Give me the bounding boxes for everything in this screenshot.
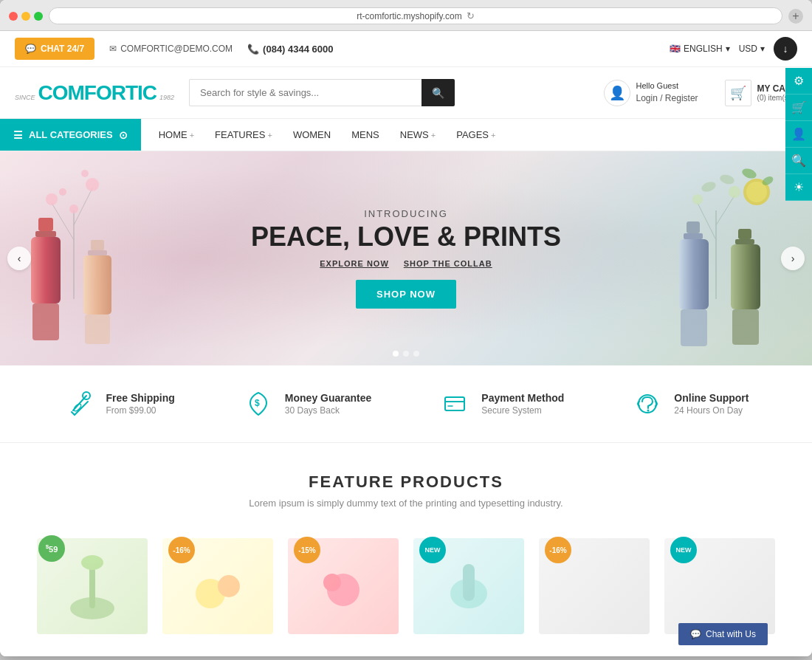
nav-link-mens[interactable]: MENS bbox=[341, 119, 390, 151]
slider-dot-3[interactable] bbox=[413, 351, 419, 357]
site-header: SINCE COMFORTIC 1982 🔍 👤 Hello Guest Log… bbox=[0, 67, 812, 119]
search-bar: 🔍 bbox=[189, 79, 455, 106]
chat-label: CHAT 24/7 bbox=[41, 44, 84, 54]
svg-point-21 bbox=[701, 180, 718, 193]
sidebar-cart-button[interactable]: 🛒 bbox=[785, 94, 812, 121]
logo-main: COMFORTIC bbox=[38, 81, 157, 105]
chat-icon: 💬 bbox=[25, 44, 36, 54]
product-badge-2: -16% bbox=[168, 537, 195, 563]
top-bar: 💬 CHAT 24/7 ✉ COMFORTIC@DEMO.COM 📞 (084)… bbox=[0, 31, 812, 67]
close-dot[interactable] bbox=[9, 12, 18, 21]
svg-point-50 bbox=[323, 574, 341, 591]
chat-button[interactable]: 💬 CHAT 24/7 bbox=[15, 38, 94, 60]
language-text: ENGLISH bbox=[684, 44, 723, 54]
categories-dropdown-icon: ⊙ bbox=[119, 129, 128, 141]
search-button[interactable]: 🔍 bbox=[422, 79, 455, 106]
feature-title-payment: Payment Method bbox=[481, 392, 564, 404]
hero-banner: INTRODUCING PEACE, LOVE & PRINTS EXPLORE… bbox=[0, 151, 812, 365]
free-shipping-icon bbox=[63, 388, 96, 420]
features-strip: Free Shipping From $99.00 $ Money Guaran… bbox=[0, 365, 812, 443]
svg-rect-30 bbox=[732, 309, 759, 345]
shop-now-button[interactable]: SHOP NOW bbox=[356, 280, 456, 309]
address-bar[interactable]: rt-comfortic.myshopify.com ↻ bbox=[49, 7, 782, 24]
slider-prev-button[interactable]: ‹ bbox=[7, 247, 31, 270]
feature-support: Online Support 24 Hours On Day bbox=[631, 388, 749, 420]
nav-link-news[interactable]: NEWS + bbox=[390, 119, 446, 151]
refresh-icon[interactable]: ↻ bbox=[467, 10, 475, 21]
lang-dropdown-arrow: ▾ bbox=[726, 44, 730, 54]
chat-widget[interactable]: 💬 Chat with Us bbox=[678, 623, 768, 645]
product-card-2[interactable]: -16% bbox=[155, 531, 281, 642]
nav-links: HOME + FEATURES + WOMEN MENS NEWS + bbox=[141, 119, 514, 151]
feature-text-payment: Payment Method Secure System bbox=[481, 392, 564, 416]
product-badge-price: $59 bbox=[38, 535, 65, 562]
currency-selector[interactable]: USD ▾ bbox=[739, 44, 765, 54]
hero-intro: INTRODUCING bbox=[251, 208, 561, 219]
feature-title-shipping: Free Shipping bbox=[106, 392, 175, 404]
explore-now-link[interactable]: EXPLORE NOW bbox=[320, 259, 389, 268]
svg-rect-39 bbox=[445, 397, 464, 410]
nav-link-pages[interactable]: PAGES + bbox=[446, 119, 506, 151]
svg-point-15 bbox=[81, 170, 89, 177]
feature-payment: Payment Method Secure System bbox=[438, 388, 564, 420]
svg-point-12 bbox=[86, 178, 99, 191]
cart-icon[interactable]: 🛒 bbox=[725, 80, 751, 106]
maximize-dot[interactable] bbox=[34, 12, 43, 21]
search-input[interactable] bbox=[189, 79, 422, 106]
email-contact: ✉ COMFORTIC@DEMO.COM bbox=[109, 44, 233, 54]
hero-text: INTRODUCING PEACE, LOVE & PRINTS EXPLORE… bbox=[251, 208, 561, 309]
nav-link-women[interactable]: WOMEN bbox=[283, 119, 341, 151]
svg-rect-3 bbox=[32, 303, 59, 340]
featured-title: FEATURE PRODUCTS bbox=[30, 472, 782, 492]
minimize-dot[interactable] bbox=[21, 12, 30, 21]
svg-point-22 bbox=[719, 173, 735, 186]
feature-subtitle-money: 30 Days Back bbox=[285, 405, 371, 416]
logo-year: 1982 bbox=[159, 94, 174, 101]
search-icon: 🔍 bbox=[432, 87, 444, 99]
site-logo: SINCE COMFORTIC 1982 bbox=[15, 81, 174, 105]
product-card-1[interactable]: $59 bbox=[30, 531, 155, 642]
slider-dot-1[interactable] bbox=[393, 351, 399, 357]
product-card-4[interactable]: NEW bbox=[406, 531, 531, 642]
phone-icon: 📞 bbox=[247, 44, 259, 55]
dark-mode-icon: ↓ bbox=[783, 43, 788, 55]
dark-mode-button[interactable]: ↓ bbox=[774, 37, 797, 61]
svg-point-19 bbox=[692, 194, 703, 204]
shop-collab-link[interactable]: SHOP THE COLLAB bbox=[404, 259, 492, 268]
url-text: rt-comfortic.myshopify.com bbox=[357, 11, 461, 21]
chat-widget-icon: 💬 bbox=[690, 629, 701, 639]
sidebar-search-button[interactable]: 🔍 bbox=[785, 148, 812, 174]
nav-link-features[interactable]: FEATURES + bbox=[204, 119, 283, 151]
slider-dots bbox=[393, 351, 419, 357]
svg-rect-26 bbox=[681, 309, 707, 346]
feature-title-support: Online Support bbox=[674, 392, 749, 404]
sidebar-settings-button[interactable]: ⚙ bbox=[785, 68, 812, 94]
sidebar-theme-button[interactable]: ☀ bbox=[785, 174, 812, 201]
feature-subtitle-shipping: From $99.00 bbox=[106, 405, 175, 416]
feature-free-shipping: Free Shipping From $99.00 bbox=[63, 388, 175, 420]
feature-title-money: Money Guarantee bbox=[285, 392, 371, 404]
all-categories-label: ALL CATEGORIES bbox=[29, 129, 113, 140]
svg-point-34 bbox=[741, 167, 758, 180]
svg-point-11 bbox=[46, 193, 58, 205]
nav-link-home[interactable]: HOME + bbox=[148, 119, 204, 151]
slider-dot-2[interactable] bbox=[403, 351, 409, 357]
sidebar-user-button[interactable]: 👤 bbox=[785, 121, 812, 148]
svg-point-46 bbox=[81, 555, 103, 570]
product-card-5[interactable]: -16% bbox=[531, 531, 657, 642]
language-selector[interactable]: 🇬🇧 ENGLISH ▾ bbox=[670, 44, 730, 54]
login-register-link[interactable]: Login / Register bbox=[636, 93, 698, 103]
right-sidebar: ⚙ 🛒 👤 🔍 ☀ bbox=[785, 68, 812, 201]
feature-subtitle-payment: Secure System bbox=[481, 405, 564, 416]
product-badge-3: -15% bbox=[294, 537, 320, 563]
currency-text: USD bbox=[739, 44, 757, 54]
new-tab-button[interactable]: + bbox=[788, 9, 803, 24]
product-card-3[interactable]: -15% bbox=[281, 531, 406, 642]
flag-icon: 🇬🇧 bbox=[670, 44, 681, 54]
email-icon: ✉ bbox=[109, 44, 117, 54]
all-categories-button[interactable]: ☰ ALL CATEGORIES ⊙ bbox=[0, 119, 141, 151]
browser-chrome: rt-comfortic.myshopify.com ↻ + bbox=[0, 0, 812, 31]
support-icon bbox=[631, 388, 664, 420]
slider-next-button[interactable]: › bbox=[781, 247, 805, 270]
svg-point-43 bbox=[647, 410, 650, 412]
